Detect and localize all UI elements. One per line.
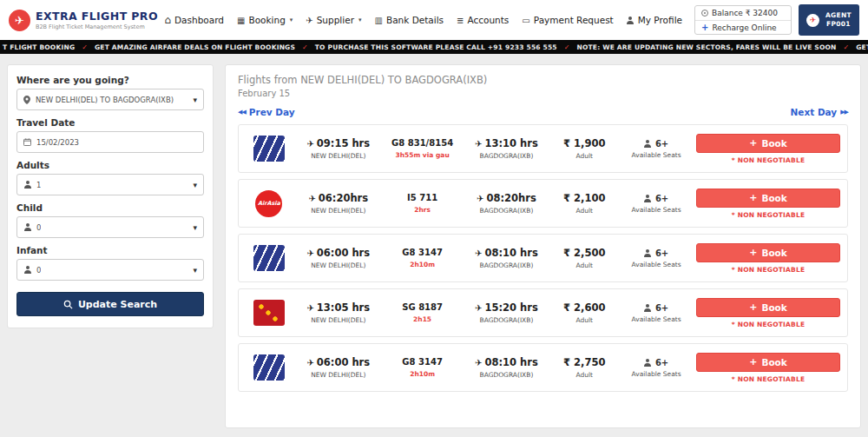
departure-time: 06:00 hrs bbox=[317, 356, 370, 368]
flight-number: G8 3147 bbox=[385, 248, 461, 257]
where-label: Where are you going? bbox=[16, 75, 204, 85]
fare-amount: ₹ 2,500 bbox=[552, 247, 616, 259]
travel-date-value: 15/02/2023 bbox=[36, 138, 79, 147]
book-button-label: Book bbox=[761, 193, 786, 203]
person-icon bbox=[644, 195, 652, 202]
next-arrows-icon: ▶▶ bbox=[840, 109, 848, 116]
balance-text: Balance ₹ 32400 bbox=[712, 9, 778, 17]
arrival-time: 08:10 hrs bbox=[484, 356, 537, 368]
balance-row: Balance ₹ 32400 bbox=[695, 6, 791, 20]
nav-item[interactable]: My Profile ▾ bbox=[627, 15, 682, 25]
agent-badge[interactable]: ✈ AGENT FP001 bbox=[799, 4, 859, 36]
arrival-time: 13:10 hrs bbox=[484, 137, 537, 149]
flight-row: ✈ 06:20hrs NEW DELHI(DEL) I5 711 2hrs ✈ … bbox=[238, 179, 848, 228]
booking-icon bbox=[237, 16, 245, 25]
ticker-message: GET AMAZING AIRFARE DEALS ON FLIGHT BOOK… bbox=[95, 43, 295, 51]
arrival-time: 08:10 hrs bbox=[484, 247, 537, 259]
profile-icon bbox=[627, 17, 635, 24]
dashboard-icon bbox=[164, 14, 171, 26]
book-button[interactable]: + Book bbox=[696, 243, 840, 262]
adults-select[interactable]: 1 ▾ bbox=[16, 174, 204, 195]
agent-label: AGENT bbox=[825, 11, 852, 20]
flight-list: ✈ 09:15 hrs NEW DELHI(DEL) G8 831/8154 3… bbox=[238, 124, 848, 392]
update-search-button[interactable]: Update Search bbox=[16, 292, 204, 316]
search-panel: Where are you going? NEW DELHI(DEL) TO B… bbox=[7, 64, 214, 328]
coin-icon bbox=[701, 10, 708, 17]
travel-date-input[interactable]: 15/02/2023 bbox=[16, 131, 204, 153]
fare-pax-type: Adult bbox=[552, 152, 616, 160]
book-button[interactable]: + Book bbox=[696, 298, 840, 317]
nav-item[interactable]: Supplier ▾ bbox=[306, 15, 361, 25]
prev-arrows-icon: ◀◀ bbox=[238, 109, 246, 116]
arrival-time: 08:20hrs bbox=[486, 192, 536, 204]
flight-duration: 3h55m via gau bbox=[385, 151, 461, 159]
chevron-down-icon: ▾ bbox=[358, 17, 362, 23]
balance-box: Balance ₹ 32400 + Recharge Online bbox=[694, 5, 792, 35]
ticker-message: GET FLAT 12% OFF ON YOUR FIRST FLIGHT BO… bbox=[856, 43, 868, 51]
infant-select[interactable]: 0 ▾ bbox=[16, 259, 204, 281]
route-select[interactable]: NEW DELHI(DEL) TO BAGDOGRA(IXB) ▾ bbox=[16, 89, 204, 110]
nav-item[interactable]: Accounts ▾ bbox=[457, 15, 509, 25]
departure-plane-icon: ✈ bbox=[308, 194, 315, 203]
brand-subtitle: B2B Flight Ticket Management System bbox=[36, 23, 158, 30]
plus-icon: + bbox=[749, 301, 757, 313]
nav-item[interactable]: Booking ▾ bbox=[237, 15, 293, 25]
nav-item-label: Payment Request bbox=[534, 15, 614, 25]
recharge-link[interactable]: + Recharge Online bbox=[695, 20, 791, 34]
fare-amount: ₹ 1,900 bbox=[552, 137, 616, 149]
child-select[interactable]: 0 ▾ bbox=[16, 216, 204, 238]
arrival-plane-icon: ✈ bbox=[475, 248, 482, 258]
departure-time: 06:20hrs bbox=[319, 192, 368, 204]
departure-plane-icon: ✈ bbox=[306, 303, 313, 313]
departure-plane-icon: ✈ bbox=[306, 358, 313, 367]
location-pin-icon bbox=[23, 96, 30, 104]
departure-time: 06:00 hrs bbox=[317, 247, 370, 259]
non-negotiable-note: * NON NEGOTIABLE bbox=[732, 321, 806, 328]
page-body: Where are you going? NEW DELHI(DEL) TO B… bbox=[0, 54, 868, 437]
plus-icon: + bbox=[749, 192, 757, 203]
app-root: ✈ EXTRA FLIGHT PRO B2B Flight Ticket Man… bbox=[0, 0, 868, 437]
check-icon: ✓ bbox=[564, 43, 570, 51]
infant-label: Infant bbox=[16, 245, 204, 255]
fare-pax-type: Adult bbox=[552, 262, 616, 269]
nav-item[interactable]: Bank Details ▾ bbox=[374, 15, 444, 25]
plus-icon: + bbox=[749, 356, 757, 367]
prev-day-link[interactable]: ◀◀ Prev Day bbox=[238, 107, 295, 117]
plus-icon: + bbox=[701, 23, 708, 32]
bank-icon bbox=[374, 16, 382, 25]
seats-count: 6+ bbox=[655, 139, 668, 149]
seats-label: Available Seats bbox=[616, 151, 696, 159]
person-icon bbox=[23, 181, 31, 189]
ticker-track: T FLIGHT BOOKING ✓ GET AMAZING AIRFARE D… bbox=[0, 43, 868, 51]
calendar-icon bbox=[23, 138, 31, 146]
book-button[interactable]: + Book bbox=[696, 353, 840, 372]
arrival-plane-icon: ✈ bbox=[475, 303, 482, 313]
seats-count: 6+ bbox=[655, 248, 668, 258]
flight-duration: 2hrs bbox=[385, 206, 461, 214]
infant-select-value: 0 bbox=[36, 266, 41, 275]
agent-plane-icon: ✈ bbox=[806, 14, 819, 27]
nav-item[interactable]: Payment Request ▾ bbox=[522, 15, 613, 25]
departure-city: NEW DELHI(DEL) bbox=[293, 262, 385, 269]
departure-plane-icon: ✈ bbox=[306, 248, 313, 258]
fare-pax-type: Adult bbox=[552, 371, 616, 379]
brand-logo[interactable]: ✈ EXTRA FLIGHT PRO B2B Flight Ticket Man… bbox=[9, 10, 158, 31]
airasia-logo bbox=[255, 190, 282, 217]
nav-item[interactable]: Dashboard ▾ bbox=[164, 14, 224, 26]
plus-icon: + bbox=[749, 247, 757, 258]
person-icon bbox=[23, 223, 31, 231]
flight-number: G8 831/8154 bbox=[385, 138, 461, 148]
book-button[interactable]: + Book bbox=[696, 189, 840, 208]
nav-item-label: Booking bbox=[248, 15, 285, 25]
supplier-icon bbox=[306, 16, 312, 25]
person-icon bbox=[644, 359, 652, 367]
accounts-icon bbox=[457, 16, 464, 25]
ticker-message: T FLIGHT BOOKING bbox=[3, 43, 75, 51]
next-day-link[interactable]: Next Day ▶▶ bbox=[791, 107, 848, 117]
nav-item-label: Accounts bbox=[467, 15, 509, 25]
day-navigation: ◀◀ Prev Day Next Day ▶▶ bbox=[238, 107, 848, 117]
travel-date-label: Travel Date bbox=[16, 117, 204, 128]
book-button[interactable]: + Book bbox=[696, 134, 840, 153]
agent-id: FP001 bbox=[825, 20, 852, 29]
ticker-message: NOTE: WE ARE UPDATING NEW SECTORS, FARES… bbox=[577, 43, 837, 51]
